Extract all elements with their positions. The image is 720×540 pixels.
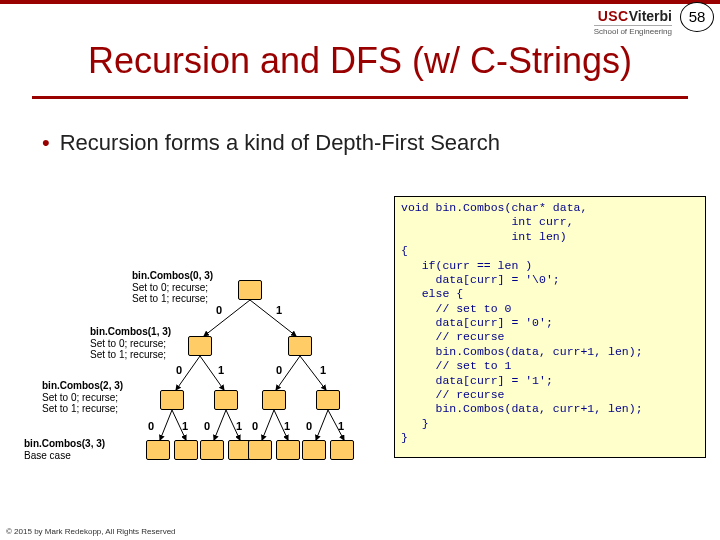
top-accent-bar (0, 0, 720, 4)
edge-label: 1 (276, 304, 282, 316)
tree-node-root (238, 280, 262, 300)
svg-line-1 (250, 300, 296, 336)
recursion-tree: 0 1 0 1 0 1 0 1 0 1 0 1 0 1 bin.Combos(0… (18, 240, 388, 480)
bullet-text: Recursion forms a kind of Depth-First Se… (60, 130, 500, 155)
tree-node (262, 390, 286, 410)
tree-leaf (302, 440, 326, 460)
edge-label: 0 (306, 420, 312, 432)
title-rule (32, 96, 688, 99)
annot-line: Set to 0; recurse; (132, 282, 208, 293)
slide: 58 USCViterbi School of Engineering Recu… (0, 0, 720, 540)
annot-line: Set to 1; recurse; (90, 349, 166, 360)
svg-line-12 (316, 410, 328, 440)
annot-line: Set to 0; recurse; (90, 338, 166, 349)
annot-head: bin.Combos(0, 3) (132, 270, 213, 282)
code-listing: void bin.Combos(char* data, int curr, in… (394, 196, 706, 458)
annot-line: Set to 0; recurse; (42, 392, 118, 403)
annotation-level2: bin.Combos(2, 3) Set to 0; recurse; Set … (42, 380, 123, 415)
svg-line-10 (262, 410, 274, 440)
annot-line: Base case (24, 450, 71, 461)
edge-label: 0 (276, 364, 282, 376)
annot-head: bin.Combos(2, 3) (42, 380, 123, 392)
tree-leaf (330, 440, 354, 460)
tree-node (214, 390, 238, 410)
edge-label: 0 (216, 304, 222, 316)
edge-label: 0 (148, 420, 154, 432)
svg-line-0 (204, 300, 250, 336)
tree-node (288, 336, 312, 356)
edge-label: 1 (320, 364, 326, 376)
annotation-level1: bin.Combos(1, 3) Set to 0; recurse; Set … (90, 326, 171, 361)
bullet-row: •Recursion forms a kind of Depth-First S… (42, 130, 700, 156)
tree-node (188, 336, 212, 356)
svg-line-6 (160, 410, 172, 440)
edge-label: 1 (182, 420, 188, 432)
edge-label: 1 (338, 420, 344, 432)
edge-label: 1 (236, 420, 242, 432)
slide-footer: © 2015 by Mark Redekopp, All Rights Rese… (6, 527, 176, 536)
slide-title: Recursion and DFS (w/ C-Strings) (0, 40, 720, 82)
edge-label: 0 (204, 420, 210, 432)
annotation-level0: bin.Combos(0, 3) Set to 0; recurse; Set … (132, 270, 213, 305)
tree-leaf (276, 440, 300, 460)
annot-line: Set to 1; recurse; (42, 403, 118, 414)
tree-leaf (248, 440, 272, 460)
tree-leaf (146, 440, 170, 460)
tree-node (160, 390, 184, 410)
logo-school: School of Engineering (594, 25, 672, 36)
annot-line: Set to 1; recurse; (132, 293, 208, 304)
tree-leaf (200, 440, 224, 460)
edge-label: 0 (252, 420, 258, 432)
usc-viterbi-logo: USCViterbi School of Engineering (594, 8, 672, 36)
logo-viterbi: Viterbi (629, 8, 672, 24)
tree-node (316, 390, 340, 410)
tree-leaf (174, 440, 198, 460)
annot-head: bin.Combos(3, 3) (24, 438, 105, 450)
bullet-dot-icon: • (42, 130, 50, 155)
edge-label: 1 (218, 364, 224, 376)
logo-usc: USC (598, 8, 629, 24)
page-number-badge: 58 (680, 2, 714, 32)
edge-label: 0 (176, 364, 182, 376)
annotation-level3: bin.Combos(3, 3) Base case (24, 438, 105, 461)
annot-head: bin.Combos(1, 3) (90, 326, 171, 338)
edge-label: 1 (284, 420, 290, 432)
svg-line-8 (214, 410, 226, 440)
